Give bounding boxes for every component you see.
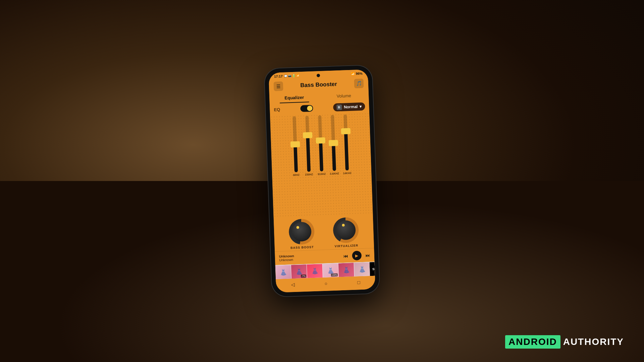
slider-track bbox=[331, 115, 336, 171]
android-text: ANDROID bbox=[505, 335, 560, 349]
menu-button[interactable]: ☰ bbox=[274, 81, 283, 91]
slider-label-3-6khz: 3.6KHZ bbox=[330, 172, 339, 175]
ad-badge-1: -7% bbox=[301, 275, 306, 278]
track-artist: Unknown bbox=[279, 258, 294, 262]
slider-fill bbox=[306, 135, 311, 172]
eq-sliders-area: 60HZ 230HZ bbox=[270, 112, 373, 217]
playback-controls: ⏮ ▶ ⏭ bbox=[343, 250, 370, 261]
slider-fill bbox=[344, 131, 349, 170]
authority-text: AUTHORITY bbox=[563, 337, 624, 347]
menu-icon: ☰ bbox=[276, 83, 281, 89]
bass-boost-knob[interactable] bbox=[288, 219, 315, 245]
slider-thumb[interactable] bbox=[290, 141, 300, 147]
slider-fill bbox=[332, 143, 336, 171]
slider-thumb[interactable] bbox=[329, 140, 338, 146]
eq-toggle[interactable] bbox=[300, 105, 313, 112]
brand-badge: ANDROID AUTHORITY bbox=[505, 335, 624, 349]
settings-icon: 🎵 bbox=[356, 81, 362, 86]
virtualizer-label: VIRTUALIZER bbox=[334, 244, 358, 248]
home-button[interactable]: ○ bbox=[320, 279, 331, 288]
slider-910hz: 910HZ bbox=[315, 115, 326, 176]
slider-track-60hz[interactable] bbox=[289, 116, 301, 172]
play-button[interactable]: ▶ bbox=[352, 251, 362, 260]
track-info: Unknown Unknown bbox=[279, 254, 294, 262]
status-right: 📶 96% bbox=[351, 72, 363, 76]
eq-toggle-knob bbox=[307, 106, 313, 111]
tab-volume[interactable]: Volume bbox=[319, 90, 369, 102]
app-title: Bass Booster bbox=[300, 81, 337, 89]
phone-shell: 17:17 💬 📷 🔋 📶 📶 96% ☰ Bass Booster 🎵 bbox=[264, 65, 380, 297]
status-time: 17:17 bbox=[274, 74, 283, 78]
slider-track-14khz[interactable] bbox=[340, 114, 352, 171]
back-button[interactable]: ◁ bbox=[287, 281, 299, 289]
ad-badge-2: -24% bbox=[331, 274, 338, 277]
virtualizer-knob-container: VIRTUALIZER bbox=[333, 217, 359, 248]
virtualizer-knob-inner bbox=[336, 220, 356, 240]
bass-boost-label: BASS BOOST bbox=[290, 245, 314, 249]
slider-track-910hz[interactable] bbox=[315, 115, 326, 172]
prev-button[interactable]: ⏮ bbox=[343, 253, 348, 258]
slider-14khz: 14KHZ bbox=[340, 114, 352, 175]
ad-thumb-1[interactable]: 👗 bbox=[275, 265, 291, 279]
bass-boost-knob-container: BASS BOOST bbox=[288, 219, 315, 250]
slider-track bbox=[292, 116, 298, 172]
slider-fill bbox=[319, 140, 323, 171]
phone-screen: 17:17 💬 📷 🔋 📶 📶 96% ☰ Bass Booster 🎵 bbox=[269, 69, 376, 293]
slider-label-14khz: 14KHZ bbox=[343, 172, 352, 175]
recent-button[interactable]: □ bbox=[353, 278, 364, 287]
slider-track-230hz[interactable] bbox=[302, 116, 314, 172]
ad-thumb-2[interactable]: 👗 -7% bbox=[291, 264, 307, 279]
play-icon: ▶ bbox=[355, 253, 358, 258]
preset-label: Normal bbox=[344, 104, 358, 109]
slider-label-60hz: 60HZ bbox=[293, 173, 300, 177]
ad-thumb-6[interactable]: 👗 bbox=[354, 262, 370, 277]
settings-button[interactable]: 🎵 bbox=[354, 79, 364, 88]
virtualizer-knob[interactable] bbox=[333, 217, 359, 243]
slider-track-3-6khz[interactable] bbox=[328, 115, 339, 171]
ad-thumb-3[interactable]: 👗 bbox=[307, 264, 323, 278]
slider-thumb[interactable] bbox=[303, 132, 313, 138]
slider-track bbox=[305, 116, 311, 172]
knobs-section: BASS BOOST VIRTUALIZER bbox=[274, 214, 374, 251]
slider-track bbox=[318, 115, 323, 171]
slider-track bbox=[343, 114, 349, 170]
slider-thumb[interactable] bbox=[341, 128, 351, 134]
virtualizer-knob-dot bbox=[342, 224, 345, 227]
slider-230hz: 230HZ bbox=[302, 116, 314, 176]
next-button[interactable]: ⏭ bbox=[366, 252, 371, 258]
ad-thumb-4[interactable]: 👗 -24% bbox=[323, 263, 338, 278]
sliders-container: 60HZ 230HZ bbox=[273, 114, 369, 177]
ad-thumb-5[interactable]: 👗 bbox=[338, 263, 354, 277]
status-left: 17:17 💬 📷 🔋 📶 bbox=[274, 74, 300, 78]
slider-3-6khz: 3.6KHZ bbox=[328, 115, 339, 175]
wifi-icon: 📶 bbox=[351, 72, 355, 75]
slider-thumb[interactable] bbox=[316, 137, 325, 144]
slider-label-910hz: 910HZ bbox=[318, 173, 326, 176]
slider-fill bbox=[293, 144, 298, 172]
preset-selector[interactable]: B Normal ▾ bbox=[333, 102, 365, 111]
preset-icon: B bbox=[336, 105, 342, 110]
phone-device: 17:17 💬 📷 🔋 📶 📶 96% ☰ Bass Booster 🎵 bbox=[264, 65, 380, 297]
bass-boost-knob-dot bbox=[297, 226, 299, 229]
bass-boost-knob-inner bbox=[291, 222, 312, 242]
shein-badge: SHEIN bbox=[370, 262, 375, 276]
slider-60hz: 60HZ bbox=[289, 116, 301, 177]
status-icons: 💬 📷 🔋 📶 bbox=[284, 74, 300, 78]
chevron-down-icon: ▾ bbox=[360, 104, 362, 109]
battery-text: 96% bbox=[356, 72, 363, 76]
eq-label: EQ bbox=[274, 107, 280, 112]
slider-label-230hz: 230HZ bbox=[305, 173, 313, 176]
tab-equalizer[interactable]: Equalizer bbox=[269, 92, 319, 104]
